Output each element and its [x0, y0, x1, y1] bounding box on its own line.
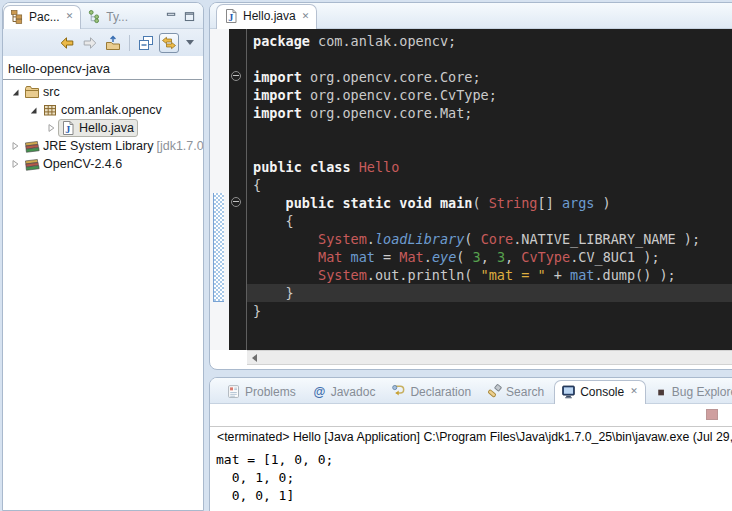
tab-label: Console: [580, 385, 624, 399]
fold-collapse-icon[interactable]: [231, 197, 241, 207]
library-icon: [24, 156, 40, 172]
console-status: <terminated> Hello [Java Application] C:…: [210, 427, 732, 447]
tab-console[interactable]: Console✕: [554, 380, 646, 404]
tree-item-body: com.anlak.opencv: [40, 101, 166, 119]
expanded-twistie-icon[interactable]: [27, 105, 39, 115]
editor-tabbar: J Hello.java ✕: [210, 3, 732, 29]
code-line: public static void main( String[] args ): [247, 194, 732, 212]
type-hierarchy-icon: [87, 9, 102, 24]
tab-type-hierarchy[interactable]: Ty...: [81, 6, 135, 28]
tree-item-body: JRE System Library [jdk1.7.0_25]: [22, 137, 203, 155]
tree-item-src[interactable]: src: [3, 83, 203, 101]
java-file-icon: J: [60, 120, 76, 136]
tab-bug-explorer[interactable]: Bug Explorer: [649, 382, 732, 403]
tab-label: Javadoc: [331, 385, 376, 399]
folding-gutter: [229, 29, 247, 350]
svg-text:@: @: [313, 385, 325, 399]
code-line: [247, 50, 732, 68]
tree-item-decoration: [jdk1.7.0_25]: [156, 139, 203, 153]
package-icon: [42, 102, 58, 118]
forward-arrow-icon: [82, 35, 98, 51]
collapsed-twistie-icon[interactable]: [9, 159, 21, 169]
code-line: {: [247, 176, 732, 194]
back-button[interactable]: [57, 33, 77, 53]
console-icon: [561, 384, 576, 399]
maximize-icon[interactable]: [184, 11, 195, 22]
tree-item-hello-java[interactable]: JHello.java: [3, 119, 203, 137]
tab-hello-java[interactable]: J Hello.java ✕: [216, 4, 317, 29]
collapsed-twistie-icon[interactable]: [45, 123, 57, 133]
toolbar-separator: [129, 35, 130, 51]
forward-button[interactable]: [80, 33, 100, 53]
link-with-editor-button[interactable]: [159, 33, 179, 53]
view-menu-icon[interactable]: [186, 40, 194, 45]
tab-javadoc[interactable]: @Javadoc: [306, 381, 383, 403]
project-header: hello-opencv-java: [3, 56, 202, 80]
tab-problems[interactable]: Problems: [220, 381, 303, 403]
expanded-twistie-icon[interactable]: [9, 87, 21, 97]
tree-item-body: src: [22, 83, 64, 101]
code-line: [247, 140, 732, 158]
tab-search[interactable]: Search: [481, 381, 551, 403]
source-folder-icon: [24, 84, 40, 100]
console-tabbar: Problems@JavadocDeclarationSearchConsole…: [210, 378, 732, 404]
link-with-editor-icon: [161, 35, 177, 51]
vertical-ruler: [210, 29, 229, 350]
fold-collapse-icon[interactable]: [231, 71, 241, 81]
code-line: System.out.println( "mat = " + mat.dump(…: [247, 266, 732, 284]
tree-item-body: OpenCV-2.4.6: [22, 155, 126, 173]
up-button[interactable]: [103, 33, 123, 53]
library-icon: [24, 138, 40, 154]
close-icon[interactable]: ✕: [64, 12, 74, 21]
project-tree: srccom.anlak.opencvJHello.javaJRE System…: [3, 80, 203, 173]
view-window-buttons: [166, 11, 203, 28]
tree-item-jre-system-library[interactable]: JRE System Library [jdk1.7.0_25]: [3, 137, 203, 155]
tab-package-explorer-label: Pac...: [29, 10, 60, 24]
tab-package-explorer[interactable]: Pac... ✕: [3, 5, 81, 29]
code-area[interactable]: package com.anlak.opencv;import org.open…: [247, 29, 732, 350]
back-arrow-icon: [59, 35, 75, 51]
minimize-icon[interactable]: [166, 11, 177, 22]
code-line: import org.opencv.core.CvType;: [247, 86, 732, 104]
close-icon[interactable]: ✕: [628, 387, 638, 396]
code-line: import org.opencv.core.Mat;: [247, 104, 732, 122]
svg-text:J: J: [65, 124, 70, 135]
console-toolbar: [210, 404, 732, 427]
console-output[interactable]: mat = [1, 0, 0; 0, 1, 0; 0, 0, 1]: [210, 447, 732, 505]
terminate-button[interactable]: [706, 409, 718, 420]
tree-item-label: JRE System Library: [43, 139, 153, 153]
declaration-icon: [391, 384, 406, 399]
tab-label: Search: [506, 385, 544, 399]
bug-icon: [655, 386, 668, 399]
tree-item-label: Hello.java: [79, 121, 134, 135]
code-line: Mat mat = Mat.eye( 3, 3, CvType.CV_8UC1 …: [247, 248, 732, 266]
tab-label: Bug Explorer: [672, 385, 732, 399]
tree-item-label: OpenCV-2.4.6: [43, 157, 122, 171]
console-view: Problems@JavadocDeclarationSearchConsole…: [209, 377, 732, 511]
package-explorer-icon: [10, 9, 25, 24]
collapse-all-icon: [138, 35, 154, 51]
tree-item-label: src: [43, 85, 60, 99]
code-line: {: [247, 212, 732, 230]
collapse-all-button[interactable]: [136, 33, 156, 53]
tab-label: Declaration: [410, 385, 471, 399]
collapsed-twistie-icon[interactable]: [9, 141, 21, 151]
code-line: import org.opencv.core.Core;: [247, 68, 732, 86]
code-line: public class Hello: [247, 158, 732, 176]
tab-label: Problems: [245, 385, 296, 399]
code-line: [247, 122, 732, 140]
tree-item-com-anlak-opencv[interactable]: com.anlak.opencv: [3, 101, 203, 119]
horizontal-scrollbar[interactable]: [247, 350, 732, 365]
current-code-line: }: [247, 284, 732, 302]
editor-tab-label: Hello.java: [243, 9, 296, 23]
tab-declaration[interactable]: Declaration: [385, 381, 478, 403]
tab-type-hierarchy-label: Ty...: [106, 10, 128, 24]
search-icon: [487, 384, 502, 399]
problems-icon: [226, 384, 241, 399]
java-file-icon: J: [223, 8, 239, 24]
tree-item-label: com.anlak.opencv: [61, 103, 162, 117]
close-icon[interactable]: ✕: [300, 12, 310, 21]
scroll-left-icon[interactable]: [252, 354, 257, 362]
svg-text:J: J: [228, 12, 233, 23]
tree-item-opencv-2-4-6[interactable]: OpenCV-2.4.6: [3, 155, 203, 173]
